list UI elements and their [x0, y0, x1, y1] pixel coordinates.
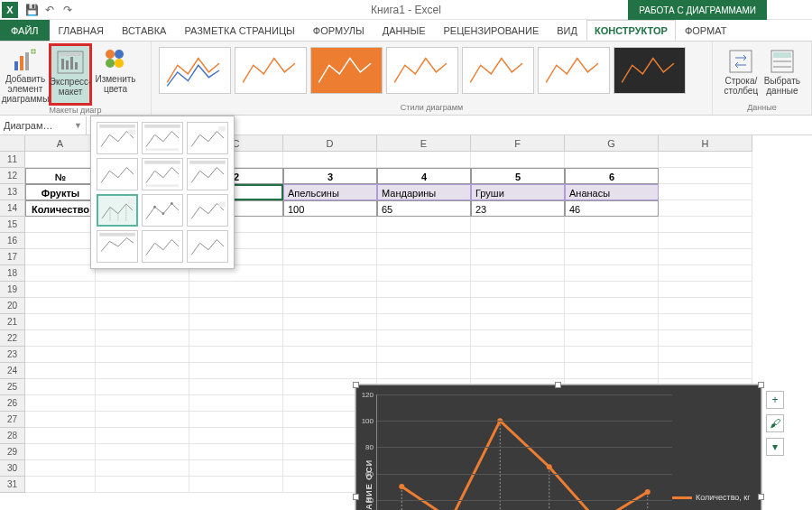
quick-layout-button[interactable]: Экспресс-макет	[49, 43, 92, 106]
cell-F15[interactable]	[471, 217, 565, 233]
tab-view[interactable]: ВИД	[548, 20, 586, 41]
chart-style-3[interactable]	[310, 47, 383, 94]
cell-C20[interactable]	[189, 298, 283, 314]
layout-option-1[interactable]	[97, 122, 138, 154]
cell-F11[interactable]	[471, 152, 565, 168]
cell-A19[interactable]	[25, 282, 96, 298]
cell-B22[interactable]	[96, 330, 189, 347]
cell-H24[interactable]	[659, 363, 752, 379]
resize-handle[interactable]	[758, 382, 764, 388]
cell-G21[interactable]	[565, 314, 659, 330]
cell-D20[interactable]	[283, 298, 377, 314]
cell-B21[interactable]	[96, 314, 189, 330]
chart-elements-button[interactable]: +	[766, 391, 784, 409]
cell-H22[interactable]	[659, 330, 752, 347]
cell-D15[interactable]	[283, 217, 377, 233]
cell-A21[interactable]	[25, 314, 96, 330]
row-header[interactable]: 26	[0, 395, 25, 412]
resize-handle[interactable]	[758, 494, 764, 500]
cell-E20[interactable]	[377, 298, 471, 314]
row-header[interactable]: 16	[0, 233, 25, 249]
cell-D23[interactable]	[283, 347, 377, 363]
cell-G20[interactable]	[565, 298, 659, 314]
chart-style-2[interactable]	[235, 47, 307, 94]
plot-area[interactable]: 020406080100120	[376, 394, 672, 510]
layout-option-6[interactable]	[187, 158, 228, 190]
cell-G14[interactable]: 46	[565, 200, 659, 217]
chart-area[interactable]: НАЗВАНИЕ ОСИ 020406080100120 НАЗВАНИЕ ОС…	[362, 391, 755, 510]
cell-A23[interactable]	[25, 347, 96, 363]
cell-E22[interactable]	[377, 330, 471, 347]
row-header[interactable]: 29	[0, 444, 25, 460]
cell-H18[interactable]	[659, 265, 752, 282]
cell-D18[interactable]	[283, 265, 377, 282]
cell-H14[interactable]	[659, 200, 752, 217]
cell-F17[interactable]	[471, 249, 565, 265]
tab-formulas[interactable]: ФОРМУЛЫ	[304, 20, 374, 41]
cell-A26[interactable]	[25, 395, 96, 412]
cell-F19[interactable]	[471, 282, 565, 298]
name-box[interactable]: Диаграм… ▼	[0, 116, 87, 134]
cell-A24[interactable]	[25, 363, 96, 379]
select-data-button[interactable]: Выбрать данные	[762, 45, 802, 97]
cell-D12[interactable]: 3	[283, 168, 377, 184]
cell-B24[interactable]	[96, 363, 189, 379]
cell-A22[interactable]	[25, 330, 96, 347]
cell-H15[interactable]	[659, 217, 752, 233]
cell-A29[interactable]	[25, 444, 96, 460]
cell-F16[interactable]	[471, 233, 565, 249]
cell-F12[interactable]: 5	[471, 168, 565, 184]
col-header-A[interactable]: A	[25, 135, 96, 152]
col-header-G[interactable]: G	[565, 135, 659, 152]
cell-G17[interactable]	[565, 249, 659, 265]
cell-H13[interactable]	[659, 184, 752, 200]
layout-option-2[interactable]	[142, 122, 183, 154]
chart-legend[interactable]: Количество, кг	[672, 391, 755, 510]
row-header[interactable]: 21	[0, 314, 25, 330]
layout-option-8[interactable]	[142, 194, 183, 227]
chart-style-4[interactable]	[386, 47, 458, 94]
row-header[interactable]: 25	[0, 379, 25, 395]
cell-E17[interactable]	[377, 249, 471, 265]
cell-F18[interactable]	[471, 265, 565, 282]
cell-B27[interactable]	[96, 412, 189, 428]
tab-review[interactable]: РЕЦЕНЗИРОВАНИЕ	[434, 20, 548, 41]
cell-C30[interactable]	[189, 460, 283, 477]
layout-option-3[interactable]	[187, 122, 228, 154]
cell-B26[interactable]	[96, 395, 189, 412]
resize-handle[interactable]	[555, 382, 561, 388]
switch-row-column-button[interactable]: Строка/столбец	[722, 45, 761, 97]
cell-G15[interactable]	[565, 217, 659, 233]
cell-D24[interactable]	[283, 363, 377, 379]
cell-D22[interactable]	[283, 330, 377, 347]
cell-A20[interactable]	[25, 298, 96, 314]
cell-A25[interactable]	[25, 379, 96, 395]
layout-option-5[interactable]	[142, 158, 183, 190]
row-header[interactable]: 11	[0, 152, 25, 168]
cell-G12[interactable]: 6	[565, 168, 659, 184]
cell-G24[interactable]	[565, 363, 659, 379]
cell-G19[interactable]	[565, 282, 659, 298]
cell-B23[interactable]	[96, 347, 189, 363]
tab-format[interactable]: ФОРМАТ	[676, 20, 736, 41]
chart-style-1[interactable]	[159, 47, 231, 94]
col-header-F[interactable]: F	[471, 135, 565, 152]
cell-A12[interactable]: №	[25, 168, 96, 184]
row-header[interactable]: 28	[0, 428, 25, 444]
layout-option-12[interactable]	[187, 230, 228, 263]
cell-H17[interactable]	[659, 249, 752, 265]
cell-E24[interactable]	[377, 363, 471, 379]
cell-G13[interactable]: Ананасы	[565, 184, 659, 200]
cell-C31[interactable]	[189, 477, 283, 493]
cell-A16[interactable]	[25, 233, 96, 249]
embedded-chart[interactable]: + 🖌 ▾ НАЗВАНИЕ ОСИ 020406080100120 НАЗВА…	[355, 385, 761, 510]
cell-B31[interactable]	[96, 477, 189, 493]
layout-option-11[interactable]	[142, 230, 183, 263]
cell-F21[interactable]	[471, 314, 565, 330]
row-header[interactable]: 27	[0, 412, 25, 428]
cell-B30[interactable]	[96, 460, 189, 477]
change-colors-button[interactable]: Изменить цвета	[94, 43, 137, 106]
tab-data[interactable]: ДАННЫЕ	[374, 20, 435, 41]
cell-F22[interactable]	[471, 330, 565, 347]
cell-A14[interactable]: Количество	[25, 200, 96, 217]
